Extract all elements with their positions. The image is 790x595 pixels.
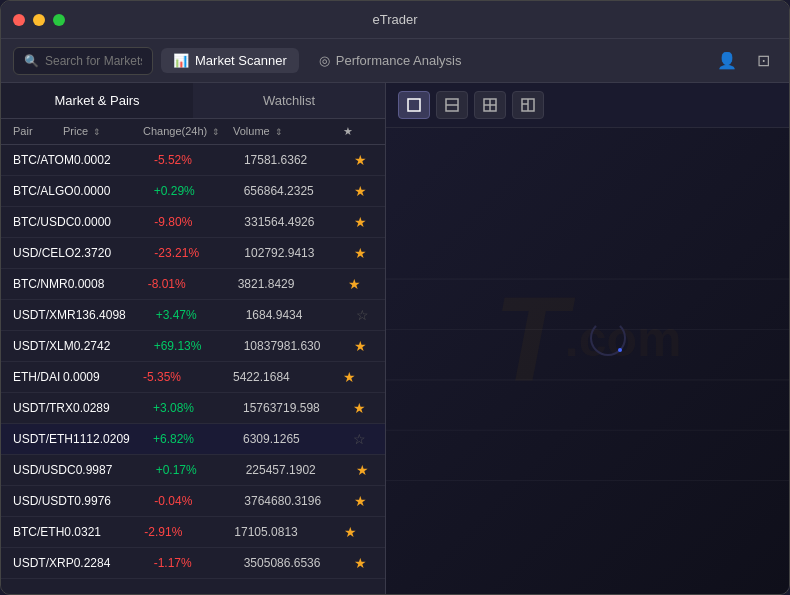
minimize-button[interactable] (33, 14, 45, 26)
price-value: 2.3720 (74, 246, 154, 260)
table-row[interactable]: BTC/ATOM 0.0002 -5.52% 17581.6362 ★ (1, 145, 385, 176)
change-value: -8.01% (148, 277, 238, 291)
market-scanner-button[interactable]: 📊 Market Scanner (161, 48, 299, 73)
header-change[interactable]: Change(24h) ⇕ (143, 125, 233, 138)
search-icon: 🔍 (24, 54, 39, 68)
pair-name: USDT/TRX (13, 401, 73, 415)
star-button[interactable]: ★ (354, 338, 384, 354)
pair-name: USD/USDT (13, 494, 74, 508)
layout-complex-icon (520, 97, 536, 113)
star-button[interactable]: ☆ (353, 431, 383, 447)
change-value: +3.47% (156, 308, 246, 322)
volume-value: 10837981.630 (244, 339, 354, 353)
table-row[interactable]: USDT/TRX 0.0289 +3.08% 15763719.598 ★ (1, 393, 385, 424)
volume-sort-icon: ⇕ (275, 127, 283, 137)
search-input[interactable] (45, 54, 142, 68)
layout-horizontal-button[interactable] (436, 91, 468, 119)
market-scanner-label: Market Scanner (195, 53, 287, 68)
window-title: eTrader (372, 12, 417, 27)
svg-rect-0 (408, 99, 420, 111)
star-button[interactable]: ★ (353, 400, 383, 416)
star-button[interactable]: ★ (356, 462, 385, 478)
pair-name: USDT/XLM (13, 339, 74, 353)
star-button[interactable]: ★ (354, 493, 384, 509)
close-button[interactable] (13, 14, 25, 26)
pair-name: USD/USDC (13, 463, 76, 477)
pair-name: BTC/USDC (13, 215, 74, 229)
table-row[interactable]: USDT/XRP 0.2284 -1.17% 3505086.6536 ★ (1, 548, 385, 579)
price-value: 1112.0209 (73, 432, 153, 446)
main-window: eTrader 🔍 📊 Market Scanner ◎ Performance… (0, 0, 790, 595)
star-button[interactable]: ★ (354, 214, 384, 230)
price-value: 0.0289 (73, 401, 153, 415)
chart-background: T .com (386, 128, 789, 594)
volume-value: 6309.1265 (243, 432, 353, 446)
change-value: +0.17% (156, 463, 246, 477)
table-row[interactable]: BTC/ALGO 0.0000 +0.29% 656864.2325 ★ (1, 176, 385, 207)
table-row[interactable]: USD/USDT 0.9976 -0.04% 3764680.3196 ★ (1, 486, 385, 517)
price-value: 0.0008 (68, 277, 148, 291)
panel-tabs: Market & Pairs Watchlist (1, 83, 385, 119)
table-row[interactable]: USDT/XLM 0.2742 +69.13% 10837981.630 ★ (1, 331, 385, 362)
price-sort-icon: ⇕ (93, 127, 101, 137)
table-row[interactable]: USDT/ETH 1112.0209 +6.82% 6309.1265 ☆ (1, 424, 385, 455)
chart-area: T .com (386, 128, 789, 594)
header-price[interactable]: Price ⇕ (63, 125, 143, 138)
volume-value: 3505086.6536 (244, 556, 354, 570)
star-button[interactable]: ★ (348, 276, 378, 292)
table-row[interactable]: USD/CELO 2.3720 -23.21% 102792.9413 ★ (1, 238, 385, 269)
volume-value: 3821.8429 (238, 277, 348, 291)
star-button[interactable]: ☆ (356, 307, 385, 323)
star-button[interactable]: ★ (354, 183, 384, 199)
main-content: Market & Pairs Watchlist Pair Price ⇕ Ch… (1, 83, 789, 594)
layout-quad-button[interactable] (474, 91, 506, 119)
pair-name: BTC/ALGO (13, 184, 74, 198)
pair-name: BTC/ETH (13, 525, 64, 539)
volume-value: 5422.1684 (233, 370, 343, 384)
search-box[interactable]: 🔍 (13, 47, 153, 75)
change-value: -0.04% (154, 494, 244, 508)
volume-value: 331564.4926 (244, 215, 354, 229)
loading-spinner (590, 320, 626, 356)
price-value: 0.0000 (74, 215, 154, 229)
price-value: 0.2284 (74, 556, 154, 570)
market-scanner-icon: 📊 (173, 53, 189, 68)
table-row[interactable]: ETH/DAI 0.0009 -5.35% 5422.1684 ★ (1, 362, 385, 393)
table-row[interactable]: BTC/USDC 0.0000 -9.80% 331564.4926 ★ (1, 207, 385, 238)
performance-analysis-button[interactable]: ◎ Performance Analysis (307, 48, 474, 73)
spinner-circle (590, 320, 626, 356)
price-value: 0.9976 (74, 494, 154, 508)
table-row[interactable]: BTC/NMR 0.0008 -8.01% 3821.8429 ★ (1, 269, 385, 300)
header-pair[interactable]: Pair (13, 125, 63, 138)
header-volume[interactable]: Volume ⇕ (233, 125, 343, 138)
price-value: 0.0000 (74, 184, 154, 198)
layout-single-button[interactable] (398, 91, 430, 119)
layout-quad-icon (482, 97, 498, 113)
star-button[interactable]: ★ (354, 245, 384, 261)
tab-watchlist[interactable]: Watchlist (193, 83, 385, 118)
spinner-dot (618, 348, 622, 352)
table-header: Pair Price ⇕ Change(24h) ⇕ Volume ⇕ ★ (1, 119, 385, 145)
star-button[interactable]: ★ (354, 152, 384, 168)
change-value: -2.91% (144, 525, 234, 539)
price-value: 0.0321 (64, 525, 144, 539)
table-row[interactable]: USD/USDC 0.9987 +0.17% 225457.1902 ★ (1, 455, 385, 486)
performance-analysis-label: Performance Analysis (336, 53, 462, 68)
tab-markets[interactable]: Market & Pairs (1, 83, 193, 118)
layout-button[interactable]: ⊡ (749, 47, 777, 75)
star-button[interactable]: ★ (344, 524, 374, 540)
star-button[interactable]: ★ (343, 369, 373, 385)
star-button[interactable]: ★ (354, 555, 384, 571)
table-row[interactable]: USDT/XMR 136.4098 +3.47% 1684.9434 ☆ (1, 300, 385, 331)
maximize-button[interactable] (53, 14, 65, 26)
right-panel: T .com (386, 83, 789, 594)
change-value: +3.08% (153, 401, 243, 415)
change-value: +69.13% (154, 339, 244, 353)
toolbar-right: 👤 ⊡ (713, 47, 777, 75)
price-value: 0.9987 (76, 463, 156, 477)
table-row[interactable]: BTC/ETH 0.0321 -2.91% 17105.0813 ★ (1, 517, 385, 548)
layout-complex-button[interactable] (512, 91, 544, 119)
change-value: +6.82% (153, 432, 243, 446)
change-value: -9.80% (154, 215, 244, 229)
user-button[interactable]: 👤 (713, 47, 741, 75)
